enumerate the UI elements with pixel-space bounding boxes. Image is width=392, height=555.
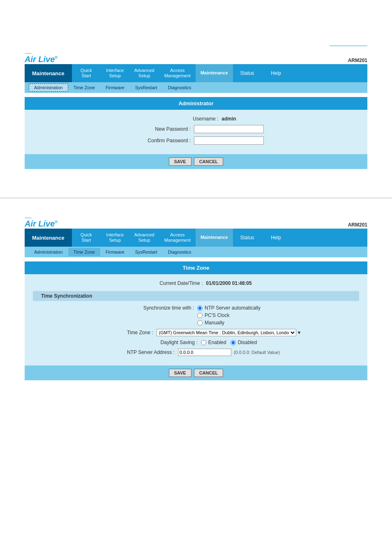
sub-nav-firmware[interactable]: Firmware xyxy=(100,83,130,92)
ntp-address-label: NTP Server Address : xyxy=(112,349,178,355)
radio-manually-label: Manually xyxy=(205,320,224,326)
sub-nav: Administration Time Zone Firmware SysRes… xyxy=(25,82,367,93)
daylight-label: Daylight Saving : xyxy=(135,340,201,345)
logo-waves: ~~~ xyxy=(25,51,31,56)
nav-quick-start-2[interactable]: QuickStart xyxy=(72,229,101,247)
nav-interface-setup-2[interactable]: InterfaceSetup xyxy=(101,229,129,247)
content-area: Administrator Username : admin New Passw… xyxy=(25,97,367,169)
nav-advanced-setup-2[interactable]: AdvancedSetup xyxy=(129,229,159,247)
sub-nav-2: Administration Time Zone Firmware SysRes… xyxy=(25,247,367,257)
nav-quick-start[interactable]: QuickStart xyxy=(72,64,101,82)
radio-daylight-enabled[interactable] xyxy=(201,340,206,345)
ntp-default-hint: (0.0.0.0: Default Value) xyxy=(234,350,280,355)
nav-access-management[interactable]: AccessManagement xyxy=(159,64,196,82)
username-label: Username : xyxy=(156,116,221,122)
daylight-options: Enabled Disabled xyxy=(201,340,257,345)
nav-maintenance-label: Maintenance xyxy=(25,64,72,82)
nav-status[interactable]: Status xyxy=(233,64,262,82)
new-password-label: New Password : xyxy=(128,126,194,132)
nav-interface-setup[interactable]: InterfaceSetup xyxy=(101,64,129,82)
logo-2: ~~~ Air Live® xyxy=(25,215,58,228)
content-area-2: Time Zone Current Date/Time : 01/01/2000… xyxy=(25,261,367,380)
sub-nav-sysrestart-2[interactable]: SysRestart xyxy=(130,248,163,256)
model-label: ARM201 xyxy=(348,58,367,63)
main-nav-2: Maintenance QuickStart InterfaceSetup Ad… xyxy=(25,229,367,247)
nav-help-2[interactable]: Help xyxy=(262,229,291,247)
sync-section-title: Time Synchronization xyxy=(33,291,359,301)
logo-name-2: Air Live® xyxy=(25,220,58,228)
current-datetime-value: 01/01/2000 01:48:05 xyxy=(206,280,251,286)
radio-ntp-auto-label: NTP Server automatically xyxy=(205,305,261,311)
section-header-timezone: Time Zone xyxy=(25,261,367,274)
button-row-2: SAVE CANCEL xyxy=(25,365,367,380)
new-password-input[interactable] xyxy=(194,125,264,133)
confirm-password-label: Confirm Password : xyxy=(128,138,194,143)
timezone-form: Current Date/Time : 01/01/2000 01:48:05 … xyxy=(25,274,367,365)
username-value: admin xyxy=(221,116,236,122)
sub-nav-administration-2[interactable]: Administration xyxy=(29,248,68,256)
logo-waves-2: ~~~ xyxy=(25,215,31,220)
cancel-button-1[interactable]: CANCEL xyxy=(194,157,224,166)
radio-pcs-clock-label: PC'S Clock xyxy=(205,312,229,318)
daylight-enabled-label: Enabled xyxy=(208,340,226,345)
sub-nav-sysrestart[interactable]: SysRestart xyxy=(130,83,163,92)
sub-nav-diagnostics-2[interactable]: Diagnostics xyxy=(163,248,197,256)
button-row-1: SAVE CANCEL xyxy=(25,154,367,169)
daylight-disabled-label: Disabled xyxy=(238,340,257,345)
radio-pcs-clock[interactable] xyxy=(197,313,203,318)
nav-access-management-2[interactable]: AccessManagement xyxy=(159,229,196,247)
logo-name: Air Live® xyxy=(25,55,58,63)
sub-nav-administration[interactable]: Administration xyxy=(29,83,68,92)
current-datetime-label: Current Date/Time : xyxy=(140,280,206,286)
model-label-2: ARM201 xyxy=(348,222,367,228)
sub-nav-timezone[interactable]: Time Zone xyxy=(68,83,100,92)
timezone-label: Time Zone : xyxy=(91,330,157,335)
sync-label: Synchronize time with : xyxy=(131,305,197,311)
nav-status-2[interactable]: Status xyxy=(233,229,262,247)
nav-help[interactable]: Help xyxy=(262,64,291,82)
nav-maintenance-2[interactable]: Maintenance xyxy=(196,229,233,247)
nav-advanced-setup[interactable]: AdvancedSetup xyxy=(129,64,159,82)
radio-manually[interactable] xyxy=(197,320,203,326)
administrator-form: Username : admin New Password : Confirm … xyxy=(25,110,367,154)
ntp-address-input[interactable] xyxy=(178,349,231,356)
logo: ~~~ Air Live® xyxy=(25,50,58,63)
section-header-administrator: Administrator xyxy=(25,97,367,110)
dropdown-arrow: ▼ xyxy=(297,330,302,335)
sub-nav-firmware-2[interactable]: Firmware xyxy=(100,248,130,256)
sync-radio-group: NTP Server automatically PC'S Clock Manu… xyxy=(197,305,261,326)
save-button-1[interactable]: SAVE xyxy=(169,157,191,166)
save-button-2[interactable]: SAVE xyxy=(169,369,191,377)
confirm-password-input[interactable] xyxy=(194,136,264,145)
sub-nav-timezone-2[interactable]: Time Zone xyxy=(68,248,100,256)
sub-nav-diagnostics[interactable]: Diagnostics xyxy=(163,83,197,92)
cancel-button-2[interactable]: CANCEL xyxy=(194,369,224,377)
radio-daylight-disabled[interactable] xyxy=(231,340,236,345)
radio-ntp-auto[interactable] xyxy=(197,305,203,311)
top-link[interactable]: _______________ xyxy=(330,41,367,46)
nav-maintenance[interactable]: Maintenance xyxy=(196,64,233,82)
main-nav: Maintenance QuickStart InterfaceSetup Ad… xyxy=(25,64,367,82)
nav-maintenance-label-2: Maintenance xyxy=(25,229,72,247)
timezone-select[interactable]: (GMT) Greenwich Mean Time : Dublin, Edin… xyxy=(157,329,296,336)
